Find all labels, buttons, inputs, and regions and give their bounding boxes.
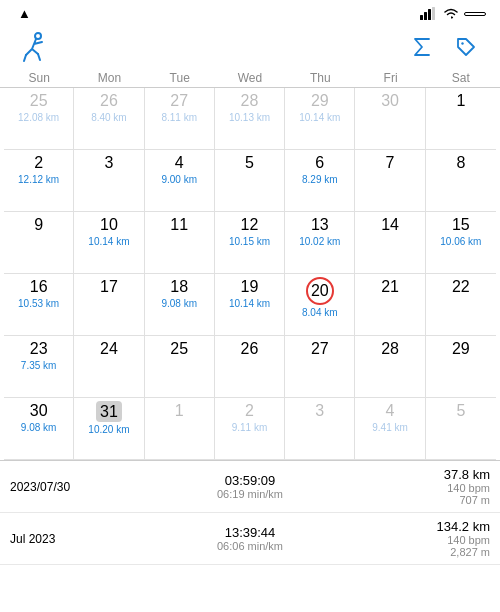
cal-km: 10.14 km bbox=[88, 236, 129, 247]
cal-km: 9.08 km bbox=[161, 298, 197, 309]
svg-rect-3 bbox=[432, 7, 435, 20]
summary-row-monthly[interactable]: Jul 2023 13:39:44 06:06 min/km 134.2 km … bbox=[0, 513, 500, 565]
day-header-fri: Fri bbox=[355, 69, 425, 87]
summary-pace-daily: 06:19 min/km bbox=[170, 488, 330, 500]
summary-stats-monthly: 134.2 km 140 bpm 2,827 m bbox=[330, 519, 490, 558]
cal-date: 27 bbox=[170, 91, 188, 110]
cal-date: 1 bbox=[175, 401, 184, 420]
calendar-cell[interactable]: 1 bbox=[145, 398, 215, 460]
cal-date: 25 bbox=[170, 339, 188, 358]
calendar-cell[interactable]: 3110.20 km bbox=[74, 398, 144, 460]
calendar-cell[interactable]: 5 bbox=[215, 150, 285, 212]
summary-row-daily[interactable]: 2023/07/30 03:59:09 06:19 min/km 37.8 km… bbox=[0, 461, 500, 513]
summary-section: 2023/07/30 03:59:09 06:19 min/km 37.8 km… bbox=[0, 460, 500, 565]
calendar-grid: 2512.08 km268.40 km278.11 km2810.13 km29… bbox=[0, 88, 500, 460]
cal-date: 29 bbox=[452, 339, 470, 358]
run-icon[interactable] bbox=[16, 29, 52, 65]
cal-km: 9.00 km bbox=[161, 174, 197, 185]
cal-date: 2 bbox=[34, 153, 43, 172]
tag-button[interactable] bbox=[448, 29, 484, 65]
calendar-cell[interactable]: 309.08 km bbox=[4, 398, 74, 460]
summary-time-center-monthly: 13:39:44 06:06 min/km bbox=[170, 525, 330, 552]
summary-bpm-daily: 140 bpm bbox=[330, 482, 490, 494]
calendar-cell[interactable]: 268.40 km bbox=[74, 88, 144, 150]
cal-date: 6 bbox=[315, 153, 324, 172]
cal-date: 11 bbox=[170, 215, 188, 234]
calendar-cell[interactable]: 30 bbox=[355, 88, 425, 150]
cal-date: 28 bbox=[381, 339, 399, 358]
calendar-cell[interactable]: 14 bbox=[355, 212, 425, 274]
calendar-cell[interactable]: 49.00 km bbox=[145, 150, 215, 212]
cal-km: 8.40 km bbox=[91, 112, 127, 123]
location-icon: ▲ bbox=[18, 6, 31, 21]
cal-date: 26 bbox=[100, 91, 118, 110]
calendar-cell[interactable]: 25 bbox=[145, 336, 215, 398]
cal-km: 10.20 km bbox=[88, 424, 129, 435]
calendar-cell[interactable]: 278.11 km bbox=[145, 88, 215, 150]
cal-date: 2 bbox=[245, 401, 254, 420]
calendar-cell[interactable]: 24 bbox=[74, 336, 144, 398]
calendar-cell[interactable]: 29 bbox=[426, 336, 496, 398]
calendar-cell[interactable]: 1 bbox=[426, 88, 496, 150]
cal-date: 5 bbox=[245, 153, 254, 172]
calendar-cell[interactable]: 5 bbox=[426, 398, 496, 460]
calendar-cell[interactable]: 1310.02 km bbox=[285, 212, 355, 274]
calendar-cell[interactable]: 28 bbox=[355, 336, 425, 398]
calendar-cell[interactable]: 22 bbox=[426, 274, 496, 336]
cal-date: 9 bbox=[34, 215, 43, 234]
day-headers: Sun Mon Tue Wed Thu Fri Sat bbox=[0, 65, 500, 88]
tag-icon bbox=[453, 34, 479, 60]
day-header-sun: Sun bbox=[4, 69, 74, 87]
calendar-cell[interactable]: 26 bbox=[215, 336, 285, 398]
cal-date: 24 bbox=[100, 339, 118, 358]
calendar-cell[interactable]: 212.12 km bbox=[4, 150, 74, 212]
calendar-cell[interactable]: 1210.15 km bbox=[215, 212, 285, 274]
cal-date: 30 bbox=[30, 401, 48, 420]
calendar-cell[interactable]: 189.08 km bbox=[145, 274, 215, 336]
calendar-cell[interactable]: 3 bbox=[285, 398, 355, 460]
calendar-cell[interactable]: 21 bbox=[355, 274, 425, 336]
calendar-cell[interactable]: 208.04 km bbox=[285, 274, 355, 336]
calendar-cell[interactable]: 8 bbox=[426, 150, 496, 212]
calendar-cell[interactable]: 1010.14 km bbox=[74, 212, 144, 274]
calendar-cell[interactable]: 9 bbox=[4, 212, 74, 274]
calendar-cell[interactable]: 2910.14 km bbox=[285, 88, 355, 150]
cal-date: 14 bbox=[381, 215, 399, 234]
sigma-icon bbox=[409, 34, 435, 60]
cal-date: 23 bbox=[30, 339, 48, 358]
summary-date-monthly: Jul 2023 bbox=[10, 532, 170, 546]
cal-date: 4 bbox=[386, 401, 395, 420]
calendar-cell[interactable]: 17 bbox=[74, 274, 144, 336]
cal-km: 10.53 km bbox=[18, 298, 59, 309]
calendar-cell[interactable]: 2810.13 km bbox=[215, 88, 285, 150]
calendar-cell[interactable]: 237.35 km bbox=[4, 336, 74, 398]
sigma-button[interactable] bbox=[404, 29, 440, 65]
calendar-cell[interactable]: 2512.08 km bbox=[4, 88, 74, 150]
summary-date-daily: 2023/07/30 bbox=[10, 480, 170, 494]
svg-point-5 bbox=[461, 42, 463, 44]
calendar-cell[interactable]: 3 bbox=[74, 150, 144, 212]
calendar-cell[interactable]: 1910.14 km bbox=[215, 274, 285, 336]
cal-date: 28 bbox=[241, 91, 259, 110]
wifi-icon bbox=[443, 7, 459, 20]
calendar-cell[interactable]: 1610.53 km bbox=[4, 274, 74, 336]
cal-date: 5 bbox=[456, 401, 465, 420]
calendar-cell[interactable]: 49.41 km bbox=[355, 398, 425, 460]
cal-date: 8 bbox=[456, 153, 465, 172]
calendar-cell[interactable]: 27 bbox=[285, 336, 355, 398]
cal-date: 15 bbox=[452, 215, 470, 234]
summary-duration-monthly: 13:39:44 bbox=[170, 525, 330, 540]
calendar-header bbox=[0, 25, 500, 65]
calendar-cell[interactable]: 29.11 km bbox=[215, 398, 285, 460]
cal-km: 10.14 km bbox=[229, 298, 270, 309]
calendar-cell[interactable]: 1510.06 km bbox=[426, 212, 496, 274]
summary-elevation-monthly: 2,827 m bbox=[330, 546, 490, 558]
cal-km: 10.06 km bbox=[440, 236, 481, 247]
cal-km: 7.35 km bbox=[21, 360, 57, 371]
calendar-cell[interactable]: 11 bbox=[145, 212, 215, 274]
cal-date: 4 bbox=[175, 153, 184, 172]
status-icons bbox=[420, 7, 486, 20]
cal-date: 25 bbox=[30, 91, 48, 110]
calendar-cell[interactable]: 7 bbox=[355, 150, 425, 212]
calendar-cell[interactable]: 68.29 km bbox=[285, 150, 355, 212]
